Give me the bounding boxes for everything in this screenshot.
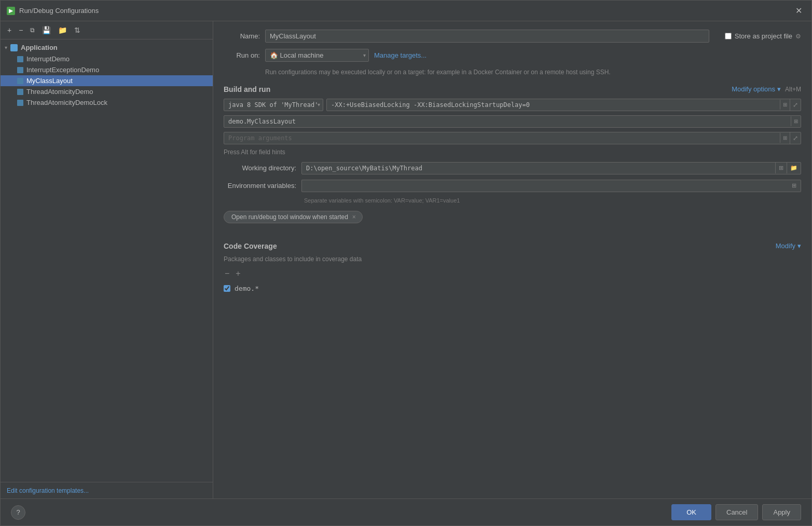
code-coverage-title: Code Coverage bbox=[224, 242, 277, 250]
modify-options-chevron-icon: ▾ bbox=[777, 85, 781, 93]
sidebar-item-label-3: MyClassLayout bbox=[26, 77, 73, 85]
name-row: Name: Store as project file ⚙ bbox=[224, 30, 801, 43]
run-on-select-wrap: 🏠 Local machine bbox=[265, 49, 369, 62]
coverage-subtext: Packages and classes to include in cover… bbox=[224, 255, 801, 263]
sdk-vm-row: java 8 SDK of 'MyThread' ⊞ ⤢ bbox=[224, 99, 801, 111]
sidebar-item-threadatomicitydemo[interactable]: ThreadAtomicityDemo bbox=[1, 86, 213, 97]
help-button[interactable]: ? bbox=[11, 505, 25, 520]
env-vars-row: Environment variables: ⊞ bbox=[224, 180, 801, 192]
ok-button[interactable]: OK bbox=[671, 504, 711, 520]
run-on-row: Run on: 🏠 Local machine Manage targets..… bbox=[224, 49, 801, 62]
program-args-field-wrap: Program arguments ⊞ ⤢ bbox=[224, 132, 801, 144]
name-input[interactable] bbox=[265, 30, 709, 43]
sidebar-item-myclasslayout[interactable]: MyClassLayout bbox=[1, 75, 213, 86]
modify-coverage-button[interactable]: Modify ▾ bbox=[776, 242, 801, 250]
vm-options-input[interactable] bbox=[327, 99, 780, 111]
working-dir-file-icon[interactable]: ⊞ bbox=[775, 163, 787, 173]
manage-targets-link[interactable]: Manage targets... bbox=[374, 51, 426, 59]
working-dir-row: Working directory: ⊞ 📁 bbox=[224, 162, 801, 174]
modify-cc-chevron-icon: ▾ bbox=[797, 242, 801, 250]
run-on-select[interactable]: 🏠 Local machine bbox=[265, 49, 369, 62]
alt-m-hint: Alt+M bbox=[785, 86, 801, 93]
coverage-item-1-checkbox[interactable] bbox=[224, 285, 230, 292]
debug-pill: Open run/debug tool window when started … bbox=[224, 211, 363, 223]
apply-button[interactable]: Apply bbox=[762, 504, 801, 520]
close-button[interactable]: ✕ bbox=[792, 5, 805, 17]
code-coverage-header: Code Coverage Modify ▾ bbox=[224, 242, 801, 250]
coverage-item-1-label: demo.* bbox=[235, 285, 259, 292]
working-dir-folder-icon[interactable]: 📁 bbox=[787, 163, 801, 173]
main-class-file-icon[interactable]: ⊞ bbox=[791, 116, 801, 126]
sidebar-item-label-4: ThreadAtomicityDemo bbox=[26, 88, 93, 96]
press-alt-hint: Press Alt for field hints bbox=[224, 149, 801, 156]
title-bar-left: ▶ Run/Debug Configurations bbox=[7, 7, 99, 15]
env-vars-file-icon[interactable]: ⊞ bbox=[788, 180, 801, 192]
sidebar-item-label-5: ThreadAtomicityDemoLock bbox=[26, 99, 107, 106]
sidebar-item-threadatomicitydemolo[interactable]: ThreadAtomicityDemoLock bbox=[1, 97, 213, 108]
program-args-file-icon[interactable]: ⊞ bbox=[780, 133, 790, 143]
name-label: Name: bbox=[224, 32, 260, 40]
main-class-row: ⊞ bbox=[224, 115, 801, 128]
copy-config-button[interactable]: ⧉ bbox=[27, 25, 37, 35]
help-icon: ? bbox=[16, 508, 20, 516]
right-content: Name: Store as project file ⚙ Run on: 🏠 … bbox=[213, 21, 811, 498]
program-args-expand-icon[interactable]: ⤢ bbox=[790, 132, 801, 144]
class-icon-2 bbox=[17, 67, 23, 73]
env-vars-field-wrap: ⊞ bbox=[301, 180, 801, 192]
main-content: + − ⧉ 💾 📁 ⇅ bbox=[1, 21, 811, 498]
bottom-bar: ? OK Cancel Apply bbox=[1, 498, 811, 525]
env-vars-input[interactable] bbox=[301, 180, 788, 192]
sort-config-button[interactable]: ⇅ bbox=[72, 24, 83, 36]
store-project-gear-icon: ⚙ bbox=[795, 33, 801, 40]
program-args-row: Program arguments ⊞ ⤢ bbox=[224, 132, 801, 144]
debug-pill-area: Open run/debug tool window when started … bbox=[224, 211, 801, 232]
store-project-checkbox[interactable] bbox=[725, 33, 732, 39]
coverage-add-row: − + bbox=[224, 268, 801, 279]
env-sep-hint: Separate variables with semicolon: VAR=v… bbox=[304, 197, 801, 204]
save-config-button[interactable]: 💾 bbox=[39, 24, 53, 36]
folder-config-button[interactable]: 📁 bbox=[56, 24, 70, 36]
save-icon: 💾 bbox=[42, 26, 51, 34]
vm-options-field-wrap: ⊞ ⤢ bbox=[326, 99, 801, 111]
debug-pill-close-button[interactable]: × bbox=[352, 214, 356, 220]
sidebar-item-label-1: InterruptDemo bbox=[26, 55, 70, 63]
main-class-input[interactable] bbox=[224, 116, 791, 127]
coverage-item-1: demo.* bbox=[224, 284, 801, 293]
program-args-placeholder: Program arguments bbox=[224, 132, 780, 144]
folder-icon: 📁 bbox=[58, 26, 67, 34]
coverage-remove-button[interactable]: − bbox=[224, 268, 230, 279]
edit-templates-link[interactable]: Edit configuration templates... bbox=[7, 487, 89, 494]
title-bar: ▶ Run/Debug Configurations ✕ bbox=[1, 1, 811, 21]
env-vars-label: Environment variables: bbox=[224, 182, 296, 190]
add-icon: + bbox=[7, 26, 11, 34]
add-config-button[interactable]: + bbox=[5, 24, 14, 36]
class-icon-1 bbox=[17, 56, 23, 62]
sidebar-footer: Edit configuration templates... bbox=[1, 482, 213, 498]
build-and-run-header: Build and run Modify options ▾ Alt+M bbox=[224, 85, 801, 93]
working-dir-label: Working directory: bbox=[224, 164, 296, 172]
app-icon: ▶ bbox=[7, 7, 15, 15]
copy-icon: ⧉ bbox=[30, 26, 35, 34]
sidebar-tree: ▾ Application InterruptDemo InterruptExc… bbox=[1, 39, 213, 482]
coverage-add-button[interactable]: + bbox=[235, 268, 241, 279]
remove-config-button[interactable]: − bbox=[16, 24, 25, 36]
working-dir-input[interactable] bbox=[302, 163, 775, 174]
run-on-hint: Run configurations may be executed local… bbox=[265, 68, 801, 77]
sidebar-item-interruptexceptiondemo[interactable]: InterruptExceptionDemo bbox=[1, 64, 213, 75]
dialog-title: Run/Debug Configurations bbox=[19, 7, 99, 15]
vm-options-expand-icon[interactable]: ⤢ bbox=[790, 99, 801, 111]
sidebar-toolbar: + − ⧉ 💾 📁 ⇅ bbox=[1, 21, 213, 39]
modify-options-button[interactable]: Modify options ▾ bbox=[732, 85, 781, 93]
sidebar-item-interruptdemo[interactable]: InterruptDemo bbox=[1, 53, 213, 64]
sdk-select[interactable]: java 8 SDK of 'MyThread' bbox=[224, 99, 323, 111]
action-buttons: OK Cancel Apply bbox=[671, 504, 801, 520]
vm-options-file-icon[interactable]: ⊞ bbox=[780, 100, 790, 110]
class-icon-4 bbox=[17, 89, 23, 95]
cancel-button[interactable]: Cancel bbox=[715, 504, 758, 520]
class-icon-5 bbox=[17, 100, 23, 106]
modify-cc-label: Modify bbox=[776, 242, 795, 250]
remove-icon: − bbox=[19, 26, 23, 34]
main-class-field-wrap: ⊞ bbox=[224, 115, 801, 128]
run-on-label: Run on: bbox=[224, 51, 260, 59]
sidebar-group-application[interactable]: ▾ Application bbox=[1, 42, 213, 53]
